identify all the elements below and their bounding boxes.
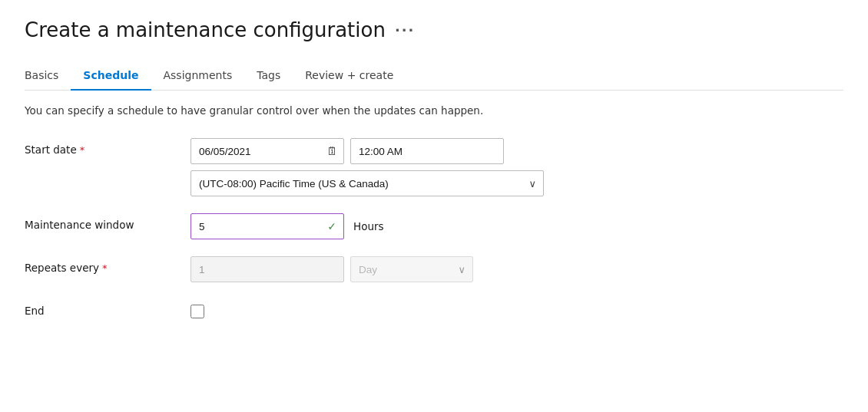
timezone-select-wrapper: (UTC-08:00) Pacific Time (US & Canada) (… xyxy=(190,170,544,196)
timezone-select[interactable]: (UTC-08:00) Pacific Time (US & Canada) (… xyxy=(190,170,544,196)
form-section: Start date * 🗓 (UTC-08:00) Pacific Time … xyxy=(25,138,716,318)
end-label: End xyxy=(25,299,178,317)
tab-nav: Basics Schedule Assignments Tags Review … xyxy=(25,63,843,91)
repeats-required-star: * xyxy=(102,262,108,274)
check-icon: ✓ xyxy=(327,220,336,232)
maintenance-window-label: Maintenance window xyxy=(25,213,178,231)
repeats-every-input xyxy=(190,256,344,282)
start-time-input[interactable] xyxy=(350,138,504,164)
start-date-row: Start date * 🗓 (UTC-08:00) Pacific Time … xyxy=(25,138,716,196)
tab-review-create[interactable]: Review + create xyxy=(293,63,406,91)
start-date-label: Start date * xyxy=(25,138,178,156)
date-input-wrapper: 🗓 xyxy=(190,138,344,164)
maintenance-window-row: Maintenance window ✓ Hours xyxy=(25,213,716,239)
schedule-description: You can specify a schedule to have granu… xyxy=(25,104,843,117)
repeats-every-row: Repeats every * Day Week Month ∨ xyxy=(25,256,716,282)
page-title: Create a maintenance configuration xyxy=(25,18,386,41)
maintenance-window-input[interactable] xyxy=(190,213,344,239)
end-checkbox[interactable] xyxy=(190,305,204,318)
date-time-row: 🗓 xyxy=(190,138,716,164)
end-row: End xyxy=(25,299,716,318)
more-options-icon[interactable]: ··· xyxy=(395,22,416,38)
start-date-input[interactable] xyxy=(190,138,344,164)
page-header: Create a maintenance configuration ··· xyxy=(25,18,843,41)
repeats-select-wrapper: Day Week Month ∨ xyxy=(350,256,473,282)
repeats-inputs: Day Week Month ∨ xyxy=(190,256,473,282)
tab-tags[interactable]: Tags xyxy=(244,63,293,91)
maintenance-window-unit: Hours xyxy=(353,220,384,232)
maintenance-window-inputs: ✓ Hours xyxy=(190,213,384,239)
tab-schedule[interactable]: Schedule xyxy=(71,63,151,91)
start-date-inputs: 🗓 (UTC-08:00) Pacific Time (US & Canada)… xyxy=(190,138,716,196)
tab-assignments[interactable]: Assignments xyxy=(151,63,245,91)
maint-input-wrapper: ✓ xyxy=(190,213,344,239)
repeats-every-label: Repeats every * xyxy=(25,256,178,274)
repeats-every-select[interactable]: Day Week Month xyxy=(350,256,473,282)
tab-basics[interactable]: Basics xyxy=(25,63,71,91)
required-star: * xyxy=(80,144,85,156)
